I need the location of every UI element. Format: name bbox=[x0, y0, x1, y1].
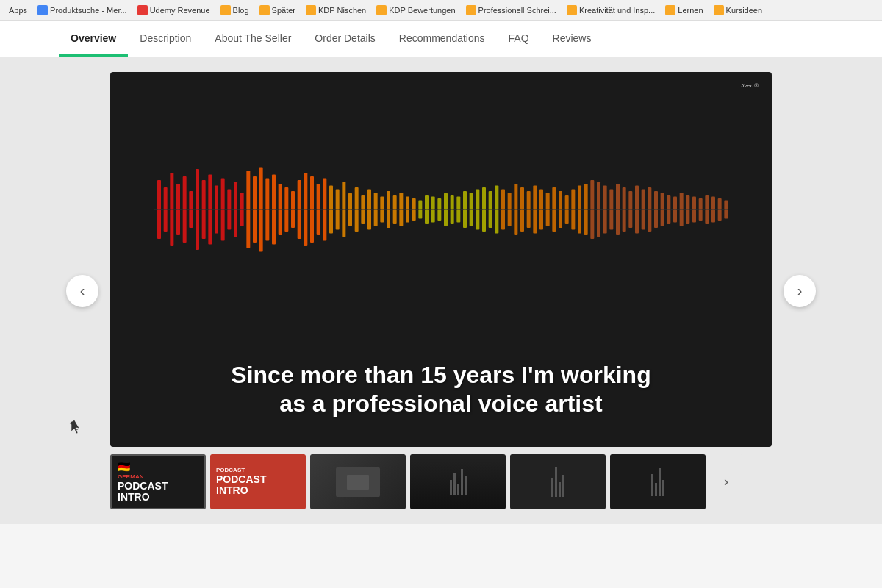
svg-rect-129 bbox=[565, 209, 569, 224]
svg-rect-170 bbox=[699, 198, 703, 209]
tab-overview[interactable]: Overview bbox=[59, 22, 128, 57]
bookmark-udemy[interactable]: Udemy Revenue bbox=[135, 4, 213, 17]
svg-rect-45 bbox=[298, 209, 301, 239]
thumb5-bars bbox=[551, 467, 564, 497]
svg-rect-19 bbox=[215, 209, 218, 234]
waveform-visualization bbox=[110, 72, 772, 361]
bookmark-label: Lernen bbox=[678, 6, 703, 15]
carousel-next-button[interactable]: › bbox=[784, 275, 816, 307]
bookmark-kreativitaet[interactable]: Kreativität und Insp... bbox=[564, 4, 658, 17]
bookmark-professionell[interactable]: Professionell Schrei... bbox=[463, 4, 559, 17]
svg-rect-84 bbox=[425, 195, 429, 209]
svg-rect-77 bbox=[399, 209, 403, 226]
svg-rect-130 bbox=[571, 189, 575, 209]
svg-rect-89 bbox=[437, 209, 441, 220]
thumbnail-3[interactable] bbox=[310, 454, 406, 509]
tab-reviews[interactable]: Reviews bbox=[541, 22, 603, 57]
svg-rect-28 bbox=[246, 171, 250, 209]
bookmark-label: Udemy Revenue bbox=[150, 6, 210, 15]
bookmark-icon-yellow bbox=[220, 5, 231, 15]
svg-rect-21 bbox=[221, 209, 225, 241]
thumbnails-more-button[interactable]: › bbox=[710, 454, 742, 509]
thumb6-bars bbox=[651, 468, 664, 496]
svg-rect-9 bbox=[183, 209, 187, 243]
carousel-slide: fiverr® bbox=[110, 72, 772, 447]
svg-rect-117 bbox=[527, 209, 531, 228]
bookmark-lernen[interactable]: Lernen bbox=[662, 4, 706, 17]
svg-rect-110 bbox=[508, 193, 512, 209]
tab-order-details[interactable]: Order Details bbox=[303, 22, 387, 57]
svg-rect-177 bbox=[718, 209, 722, 220]
svg-rect-48 bbox=[310, 176, 314, 209]
bookmark-label: KDP Bewertungen bbox=[389, 6, 455, 15]
thumbnail-2[interactable]: PODCAST PODCASTINTRO bbox=[210, 454, 306, 509]
svg-rect-3 bbox=[164, 209, 168, 232]
bookmark-label: KDP Nischen bbox=[318, 6, 366, 15]
thumb2-label: PODCASTINTRO bbox=[216, 474, 266, 497]
svg-rect-137 bbox=[590, 209, 594, 239]
svg-rect-43 bbox=[291, 209, 295, 228]
svg-rect-20 bbox=[221, 178, 225, 209]
svg-rect-160 bbox=[667, 195, 670, 209]
svg-rect-102 bbox=[482, 187, 486, 209]
tab-faq[interactable]: FAQ bbox=[497, 22, 541, 57]
tab-recommendations[interactable]: Recommendations bbox=[387, 22, 497, 57]
thumbnail-6[interactable] bbox=[610, 454, 706, 509]
svg-rect-141 bbox=[603, 209, 607, 234]
svg-rect-152 bbox=[642, 189, 645, 209]
svg-rect-162 bbox=[673, 196, 677, 209]
svg-rect-12 bbox=[196, 169, 199, 209]
svg-rect-56 bbox=[336, 189, 340, 209]
svg-rect-34 bbox=[265, 178, 269, 209]
tab-about-seller[interactable]: About The Seller bbox=[203, 22, 303, 57]
thumbnail-4[interactable] bbox=[410, 454, 506, 509]
svg-rect-11 bbox=[189, 209, 193, 228]
svg-rect-165 bbox=[680, 209, 684, 226]
svg-rect-156 bbox=[654, 191, 658, 209]
svg-rect-10 bbox=[189, 191, 193, 209]
thumbnail-5[interactable] bbox=[510, 454, 606, 509]
bookmark-blog[interactable]: Blog bbox=[218, 4, 252, 17]
carousel-prev-button[interactable]: ‹ bbox=[66, 275, 98, 307]
bookmark-produktsuche[interactable]: Produktsuche - Mer... bbox=[35, 4, 130, 17]
bookmarks-bar: Apps Produktsuche - Mer... Udemy Revenue… bbox=[0, 0, 882, 21]
bookmark-label: Später bbox=[272, 6, 295, 15]
svg-rect-37 bbox=[272, 209, 276, 245]
svg-rect-5 bbox=[170, 209, 173, 246]
nav-tabs: Overview Description About The Seller Or… bbox=[0, 21, 882, 57]
svg-rect-47 bbox=[304, 209, 307, 246]
svg-rect-14 bbox=[202, 180, 206, 209]
svg-rect-88 bbox=[437, 198, 441, 209]
svg-rect-116 bbox=[527, 191, 531, 209]
svg-rect-119 bbox=[533, 209, 537, 234]
svg-rect-4 bbox=[170, 173, 173, 209]
svg-rect-115 bbox=[520, 209, 524, 232]
svg-rect-144 bbox=[616, 184, 620, 209]
svg-rect-124 bbox=[552, 187, 556, 209]
svg-rect-26 bbox=[240, 193, 244, 209]
bookmark-apps[interactable]: Apps bbox=[6, 4, 30, 16]
svg-rect-99 bbox=[470, 209, 473, 226]
bookmark-kdp-nischen[interactable]: KDP Nischen bbox=[303, 4, 369, 17]
svg-rect-75 bbox=[393, 209, 397, 224]
carousel-caption: Since more than 15 years I'm working as … bbox=[201, 361, 680, 447]
bookmark-label: Produktsuche - Mer... bbox=[50, 6, 127, 15]
tab-description[interactable]: Description bbox=[128, 22, 203, 57]
svg-rect-85 bbox=[425, 209, 429, 224]
bookmark-spaeter[interactable]: Später bbox=[257, 4, 298, 17]
svg-rect-32 bbox=[259, 167, 263, 209]
svg-rect-64 bbox=[361, 195, 365, 209]
svg-rect-91 bbox=[444, 209, 448, 226]
svg-rect-104 bbox=[489, 191, 492, 209]
svg-rect-67 bbox=[368, 209, 371, 230]
thumbnail-1[interactable]: 🇩🇪 GERMAN PODCASTINTRO bbox=[110, 454, 206, 509]
svg-rect-97 bbox=[463, 209, 467, 228]
svg-rect-161 bbox=[667, 209, 670, 224]
svg-rect-55 bbox=[329, 209, 333, 234]
bookmark-kdp-bewertungen[interactable]: KDP Bewertungen bbox=[373, 4, 458, 17]
bookmark-kursideen[interactable]: Kursideen bbox=[711, 4, 766, 17]
svg-rect-15 bbox=[202, 209, 206, 239]
svg-rect-30 bbox=[253, 176, 257, 209]
svg-rect-167 bbox=[686, 209, 689, 224]
thumb3-content bbox=[310, 454, 406, 509]
